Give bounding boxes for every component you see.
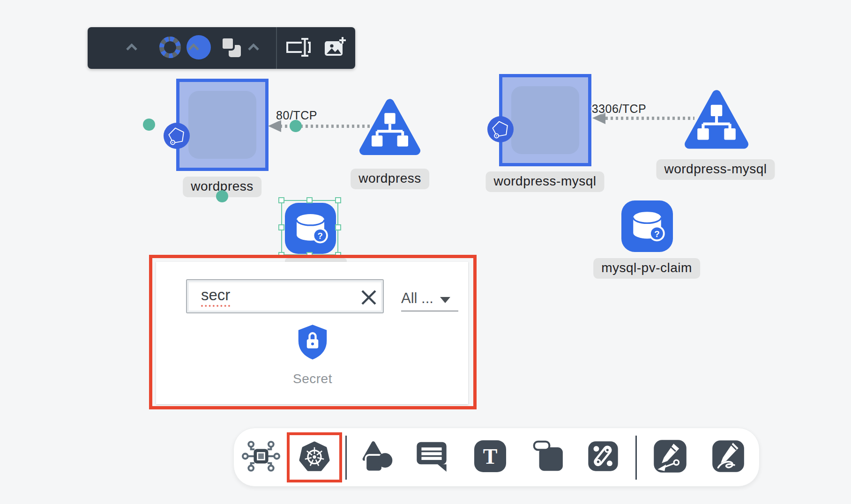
copy-style-control[interactable] <box>219 27 243 69</box>
image-plus-icon <box>322 35 347 61</box>
overlapping-squares-icon <box>219 36 243 61</box>
resize-handle-nw[interactable] <box>278 197 284 203</box>
chevron-up-icon <box>248 44 259 52</box>
service-node-wordpress-mysql[interactable] <box>683 89 750 155</box>
shapes-tool-button[interactable] <box>361 439 396 475</box>
deployment-inner-shape <box>188 91 256 159</box>
svg-text:?: ? <box>654 229 659 239</box>
pod-icon[interactable] <box>487 116 514 142</box>
node-label-wordpress-mysql-deployment[interactable]: wordpress-mysql <box>485 171 604 192</box>
category-filter-dropdown[interactable]: All ... <box>401 286 458 311</box>
diagram-tool-button[interactable] <box>242 437 280 477</box>
search-query-text: secr <box>201 286 230 307</box>
node-label-wordpress-mysql-service[interactable]: wordpress-mysql <box>656 159 775 180</box>
resize-handle-e[interactable] <box>335 224 341 230</box>
shapes-icon <box>361 467 396 475</box>
service-node-wordpress[interactable] <box>358 98 422 161</box>
rename-field-icon <box>284 37 311 60</box>
chevron-up-icon <box>126 44 137 52</box>
toolbar-divider <box>276 27 277 69</box>
connection-handle[interactable] <box>290 120 302 132</box>
pen-tool-button[interactable] <box>653 439 687 475</box>
edge-label-3306-tcp[interactable]: 3306/TCP <box>592 102 647 116</box>
chevron-up-icon <box>188 44 199 52</box>
fill-color-expand[interactable] <box>126 27 137 69</box>
connector-tool-button[interactable] <box>588 441 619 474</box>
svg-text:T: T <box>483 445 498 468</box>
deployment-node-wordpress[interactable] <box>176 79 269 171</box>
pencil-scribble-icon <box>711 467 745 474</box>
shape-picker-popup: secr All ... Secret <box>156 262 468 404</box>
chain-link-icon <box>588 465 619 473</box>
frame-tool-button[interactable] <box>533 440 565 474</box>
copy-style-expand[interactable] <box>248 27 259 69</box>
chevron-down-icon <box>440 297 450 303</box>
kubernetes-helm-icon <box>296 468 333 476</box>
frame-icon <box>533 466 565 474</box>
node-label-mysql-pv-claim[interactable]: mysql-pv-claim <box>593 258 700 279</box>
resize-handle-w[interactable] <box>278 224 284 230</box>
text-icon: T <box>473 467 508 475</box>
search-result-secret[interactable]: Secret <box>281 323 344 386</box>
pen-arrow-icon <box>653 467 687 475</box>
close-icon <box>359 300 378 308</box>
circuit-diagram-icon <box>242 469 280 477</box>
resize-handle-ne[interactable] <box>335 197 341 203</box>
connection-handle[interactable] <box>143 119 155 131</box>
kubernetes-tool-button[interactable] <box>296 437 333 477</box>
pvc-node-mysql-pv-claim[interactable]: ? <box>621 200 673 254</box>
style-toolbar <box>88 27 355 69</box>
shape-search-input[interactable]: secr <box>186 279 384 313</box>
resize-handle-n[interactable] <box>306 197 313 203</box>
palette-divider <box>345 436 347 480</box>
secret-shield-icon <box>296 355 329 363</box>
diagram-canvas[interactable]: wordpress 80/TCP wordpress wordpress-mys… <box>0 0 851 504</box>
search-result-label: Secret <box>281 371 344 386</box>
stroke-style-expand[interactable] <box>188 27 199 69</box>
pod-icon[interactable] <box>164 123 190 149</box>
node-label-wordpress-service[interactable]: wordpress <box>351 169 429 189</box>
palette-divider <box>635 436 637 480</box>
dashed-ring-icon <box>157 35 183 62</box>
tool-palette: T <box>233 428 760 487</box>
text-tool-button[interactable]: T <box>473 439 508 475</box>
pencil-tool-button[interactable] <box>711 439 745 475</box>
selection-box[interactable] <box>281 200 338 255</box>
comment-icon <box>415 467 448 474</box>
connection-handle[interactable] <box>216 190 228 202</box>
stroke-style-control[interactable] <box>157 27 183 69</box>
deployment-inner-shape <box>511 86 579 154</box>
comment-tool-button[interactable] <box>415 439 448 475</box>
replace-image-control[interactable] <box>322 27 347 69</box>
rename-control[interactable] <box>284 27 311 69</box>
filter-selected-value: All ... <box>401 290 433 307</box>
clear-search-button[interactable] <box>359 288 378 307</box>
edge-wordpress-mysql[interactable] <box>605 117 694 120</box>
